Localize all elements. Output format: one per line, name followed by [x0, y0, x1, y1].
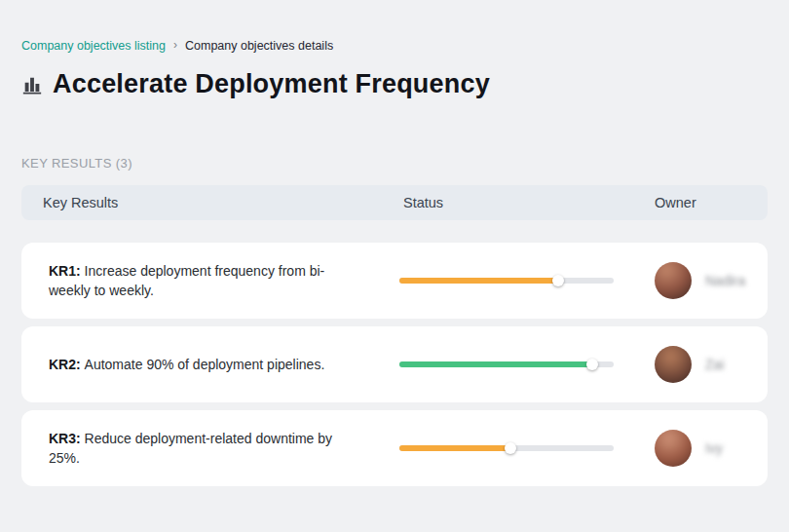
- avatar: [655, 262, 692, 299]
- key-result-text: KR1: Increase deployment frequency from …: [49, 261, 341, 301]
- building-icon: [21, 74, 43, 95]
- owner-cell: Ivy: [655, 430, 768, 467]
- key-result-row-3[interactable]: KR3: Reduce deployment-related downtime …: [21, 410, 768, 486]
- key-result-text: KR3: Reduce deployment-related downtime …: [49, 429, 341, 469]
- owner-cell: Nadira: [655, 262, 768, 299]
- key-results-list: KR1: Increase deployment frequency from …: [21, 243, 768, 486]
- progress-bar: [399, 275, 614, 286]
- chevron-right-icon: ›: [173, 38, 177, 52]
- key-result-row-1[interactable]: KR1: Increase deployment frequency from …: [21, 243, 768, 319]
- progress-handle: [552, 275, 564, 286]
- progress-fill: [399, 445, 510, 451]
- key-result-label: KR2:: [49, 357, 85, 372]
- progress-fill: [399, 278, 558, 284]
- column-header-status: Status: [403, 195, 655, 210]
- key-result-description: Automate 90% of deployment pipelines.: [85, 357, 325, 372]
- progress-bar: [399, 442, 614, 454]
- key-results-section-label: KEY RESULTS (3): [21, 156, 768, 171]
- column-header-owner: Owner: [655, 195, 768, 210]
- key-result-row-2[interactable]: KR2: Automate 90% of deployment pipeline…: [21, 326, 768, 402]
- owner-name: Nadira: [705, 273, 745, 288]
- owner-name: Zai: [705, 357, 724, 372]
- progress-fill: [399, 361, 592, 367]
- table-header: Key Results Status Owner: [21, 185, 768, 220]
- key-result-label: KR3:: [49, 431, 85, 446]
- progress-handle: [505, 442, 516, 454]
- page-title-row: Accelerate Deployment Frequency: [21, 69, 768, 99]
- breadcrumb: Company objectives listing › Company obj…: [21, 39, 768, 53]
- breadcrumb-current: Company objectives details: [185, 39, 333, 53]
- key-result-description: Reduce deployment-related downtime by 25…: [49, 431, 332, 466]
- owner-name: Ivy: [705, 440, 723, 456]
- key-result-text: KR2: Automate 90% of deployment pipeline…: [49, 355, 341, 374]
- key-result-description: Increase deployment frequency from bi-we…: [49, 263, 324, 298]
- breadcrumb-link-listing[interactable]: Company objectives listing: [21, 39, 166, 53]
- progress-bar: [399, 359, 614, 370]
- progress-handle: [586, 359, 598, 370]
- objective-details-page: Company objectives listing › Company obj…: [0, 0, 789, 532]
- page-title: Accelerate Deployment Frequency: [53, 69, 490, 99]
- key-result-label: KR1:: [49, 263, 85, 279]
- avatar: [655, 430, 692, 467]
- column-header-key-results: Key Results: [43, 195, 403, 210]
- avatar: [655, 346, 692, 383]
- owner-cell: Zai: [655, 346, 768, 383]
